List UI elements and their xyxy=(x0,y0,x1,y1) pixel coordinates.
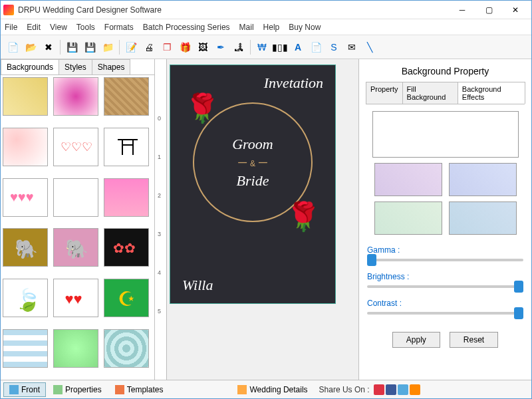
front-button[interactable]: Front xyxy=(3,382,46,397)
card-invitation-text: Invetation xyxy=(264,74,323,92)
bg-thumb[interactable] xyxy=(3,329,48,368)
close-button[interactable]: ✕ xyxy=(502,1,529,19)
menu-help[interactable]: Help xyxy=(263,23,280,32)
menu-batch[interactable]: Batch Processing Series xyxy=(143,23,230,32)
properties-button[interactable]: Properties xyxy=(47,382,108,397)
twitter-icon[interactable] xyxy=(398,384,408,395)
titlebar: DRPU Wedding Card Designer Software ─ ▢ … xyxy=(1,1,531,19)
effect-thumb[interactable] xyxy=(449,163,517,196)
bg-thumb[interactable] xyxy=(53,178,98,217)
separator xyxy=(119,40,120,55)
facebook-icon[interactable] xyxy=(386,384,396,395)
mail-icon[interactable]: ✉ xyxy=(344,39,360,55)
share-label: Share Us On : xyxy=(319,385,370,394)
maximize-button[interactable]: ▢ xyxy=(475,1,502,19)
bg-thumb[interactable] xyxy=(53,279,98,317)
separator xyxy=(60,40,61,55)
bg-thumb[interactable] xyxy=(53,77,98,116)
right-panel: Background Property Property Fill Backgr… xyxy=(358,59,531,380)
image-icon[interactable]: 🖼 xyxy=(195,39,211,55)
text-icon[interactable]: A xyxy=(290,39,306,55)
barcode-icon[interactable]: ▮▯▮ xyxy=(272,39,288,55)
wordart-icon[interactable]: ₩ xyxy=(254,39,270,55)
menu-mail[interactable]: Mail xyxy=(239,23,254,32)
notes-icon[interactable]: 📝 xyxy=(123,39,139,55)
effect-thumb[interactable] xyxy=(374,163,442,196)
wedding-details-button[interactable]: Wedding Details xyxy=(231,382,313,397)
separator xyxy=(250,40,251,55)
bg-thumb[interactable] xyxy=(53,329,98,368)
print-icon[interactable]: 🖨 xyxy=(141,39,157,55)
bg-thumb[interactable] xyxy=(104,128,149,166)
left-panel: Backgrounds Styles Shapes xyxy=(1,59,155,380)
bg-thumb[interactable] xyxy=(3,228,48,267)
menu-edit[interactable]: Edit xyxy=(27,23,41,32)
textfile-icon[interactable]: 📄 xyxy=(308,39,324,55)
menu-view[interactable]: View xyxy=(50,23,67,32)
card-ampersand: ─ & ─ xyxy=(238,156,267,170)
canvas-area: Invetation Groom ─ & ─ Bride Willa xyxy=(155,59,358,380)
bg-thumb[interactable] xyxy=(3,279,48,317)
vertical-ruler xyxy=(155,59,167,380)
bg-thumb[interactable] xyxy=(104,329,149,368)
app-logo-icon xyxy=(3,5,14,15)
bg-thumb[interactable] xyxy=(104,77,149,116)
menubar: File Edit View Tools Formats Batch Proce… xyxy=(1,19,531,35)
menu-file[interactable]: File xyxy=(5,23,17,32)
copy-icon[interactable]: ❐ xyxy=(159,39,175,55)
save-icon[interactable]: 💾 xyxy=(64,39,80,55)
toolbar: 📄 📂 ✖ 💾 💾 📁 📝 🖨 ❐ 🎁 🖼 ✒ 🏞 ₩ ▮▯▮ A 📄 S ✉ … xyxy=(1,35,531,59)
reset-button[interactable]: Reset xyxy=(450,332,498,348)
tab-shapes[interactable]: Shapes xyxy=(92,59,131,74)
card-willa-text: Willa xyxy=(182,277,213,294)
new-icon[interactable]: 📄 xyxy=(5,39,21,55)
picture-icon[interactable]: 🏞 xyxy=(231,39,247,55)
card-groom-text: Groom xyxy=(232,136,273,153)
tab-fill-background[interactable]: Fill Background xyxy=(402,82,458,104)
bg-thumb[interactable] xyxy=(104,178,149,217)
effect-thumb[interactable] xyxy=(374,201,442,235)
blogger-icon[interactable] xyxy=(410,384,420,395)
gamma-label: Gamma : xyxy=(367,245,523,255)
line-icon[interactable]: ╲ xyxy=(362,39,378,55)
menu-buynow[interactable]: Buy Now xyxy=(289,23,321,32)
floral-wreath: Groom ─ & ─ Bride xyxy=(193,102,313,222)
bg-thumb[interactable] xyxy=(53,228,98,267)
background-thumbnails xyxy=(1,75,154,380)
menu-formats[interactable]: Formats xyxy=(104,23,134,32)
tab-property[interactable]: Property xyxy=(366,82,403,104)
wedding-card[interactable]: Invetation Groom ─ & ─ Bride Willa xyxy=(170,65,336,304)
bg-thumb[interactable] xyxy=(3,128,48,166)
tab-background-effects[interactable]: Background Effects xyxy=(458,82,525,104)
contrast-label: Contrast : xyxy=(367,299,523,308)
bg-thumb[interactable] xyxy=(104,279,149,317)
delete-icon[interactable]: ✖ xyxy=(41,39,57,55)
gift-icon[interactable]: 🎁 xyxy=(177,39,193,55)
saveall-icon[interactable]: 💾 xyxy=(82,39,98,55)
open-icon[interactable]: 📂 xyxy=(23,39,39,55)
pen-icon[interactable]: ✒ xyxy=(213,39,229,55)
bottom-bar: Front Properties Templates Wedding Detai… xyxy=(1,380,531,398)
gamma-slider[interactable] xyxy=(367,259,523,261)
bg-thumb[interactable] xyxy=(3,178,48,217)
bg-thumb[interactable] xyxy=(53,128,98,166)
contrast-slider[interactable] xyxy=(367,312,523,315)
apply-button[interactable]: Apply xyxy=(392,332,440,348)
panel-title: Background Property xyxy=(366,66,525,76)
card-bride-text: Bride xyxy=(237,172,269,190)
brightness-slider[interactable] xyxy=(367,285,523,288)
tab-backgrounds[interactable]: Backgrounds xyxy=(1,59,59,74)
menu-tools[interactable]: Tools xyxy=(76,23,95,32)
effect-preview-large[interactable] xyxy=(372,111,519,158)
bg-thumb[interactable] xyxy=(104,228,149,267)
templates-button[interactable]: Templates xyxy=(109,382,170,397)
brightness-label: Brightness : xyxy=(367,272,523,281)
tab-styles[interactable]: Styles xyxy=(59,59,92,74)
shape-icon[interactable]: S xyxy=(326,39,342,55)
effect-thumb[interactable] xyxy=(449,201,517,235)
minimize-button[interactable]: ─ xyxy=(449,1,475,19)
window-title: DRPU Wedding Card Designer Software xyxy=(18,5,449,15)
googleplus-icon[interactable] xyxy=(374,384,384,395)
bg-thumb[interactable] xyxy=(3,77,48,116)
import-icon[interactable]: 📁 xyxy=(100,39,116,55)
